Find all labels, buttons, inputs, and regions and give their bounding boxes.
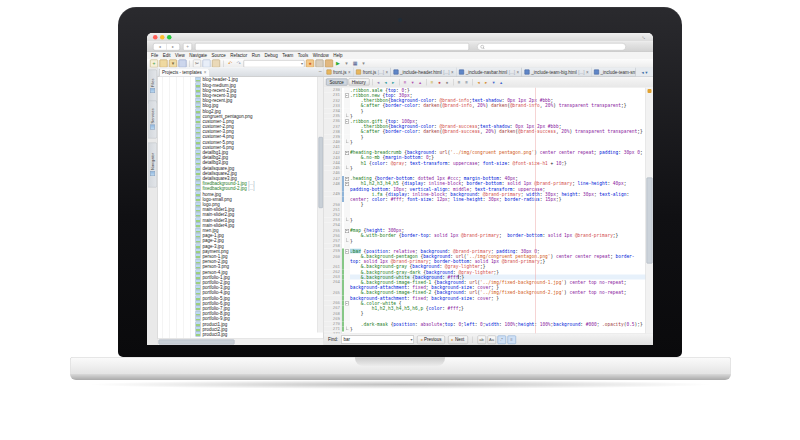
close-tab-icon[interactable]: × bbox=[451, 70, 454, 75]
copy-icon[interactable] bbox=[203, 60, 211, 68]
menu-item-navigate[interactable]: Navigate bbox=[189, 53, 207, 58]
find-next-button[interactable]: ▸ Next bbox=[448, 335, 468, 344]
save-all-icon[interactable] bbox=[179, 60, 187, 68]
find-bar: Find: bar ◂ Previous ▸ Next abAa.*≡ bbox=[324, 334, 653, 346]
open-project-icon[interactable]: ▾ bbox=[169, 60, 177, 68]
forward-button[interactable]: ▸ bbox=[167, 44, 180, 51]
tree-item[interactable]: product3.jpg bbox=[158, 332, 324, 337]
find-previous-icon[interactable]: ▴ bbox=[417, 79, 424, 86]
zoom-window-button[interactable] bbox=[167, 35, 172, 40]
build-project-icon[interactable] bbox=[316, 60, 324, 68]
error-stripe[interactable] bbox=[646, 88, 654, 334]
menu-item-run[interactable]: Run bbox=[252, 53, 260, 58]
code-line[interactable]: 257} bbox=[324, 238, 653, 243]
editor-tab--include-header-html[interactable]: _include-header.html[...]× bbox=[391, 68, 457, 77]
new-project-icon[interactable] bbox=[160, 60, 168, 68]
undo-icon[interactable]: ↶ bbox=[227, 60, 234, 67]
editor-tab-front-js[interactable]: front.js[...]× bbox=[354, 68, 391, 77]
menu-item-view[interactable]: View bbox=[175, 53, 185, 58]
close-window-button[interactable] bbox=[153, 35, 158, 40]
profile-dropdown-icon[interactable]: ▾ bbox=[360, 60, 367, 67]
menu-item-team[interactable]: Team bbox=[282, 53, 293, 58]
back-icon[interactable]: ◂ bbox=[382, 79, 389, 86]
menu-item-source[interactable]: Source bbox=[211, 53, 225, 58]
find-label: Find: bbox=[328, 337, 338, 342]
history-view-button[interactable]: History bbox=[348, 79, 369, 86]
close-tab-icon[interactable]: × bbox=[348, 70, 351, 75]
code-line[interactable]: 253} bbox=[324, 217, 653, 222]
cut-icon[interactable]: ✂ bbox=[193, 60, 201, 68]
code-line[interactable]: 271} bbox=[324, 326, 653, 331]
clean-build-project-icon[interactable] bbox=[325, 60, 333, 68]
tree-vertical-scrollbar[interactable] bbox=[318, 77, 324, 333]
menu-item-debug[interactable]: Debug bbox=[264, 53, 277, 58]
source-view-button[interactable]: Source bbox=[326, 79, 347, 86]
find-next-icon[interactable]: ▾ bbox=[409, 79, 416, 86]
search-field[interactable] bbox=[477, 43, 626, 51]
fullscreen-icon[interactable]: ↔ bbox=[640, 33, 648, 41]
find-selection-icon[interactable]: ≡ bbox=[402, 79, 409, 86]
find-wrap-toggle[interactable]: ≡ bbox=[507, 335, 516, 344]
minimize-icon[interactable]: – bbox=[319, 69, 322, 75]
shift-right-icon[interactable]: ▸ bbox=[483, 79, 490, 86]
tab-overflow-buttons[interactable]: ◂▾ bbox=[636, 68, 654, 77]
minimize-window-button[interactable] bbox=[160, 35, 165, 40]
find-highlight-toggle[interactable]: ab bbox=[477, 335, 486, 344]
ide-update-icon[interactable]: ● bbox=[306, 60, 314, 68]
close-icon[interactable]: × bbox=[204, 70, 207, 75]
code-line[interactable]: 272 bbox=[324, 332, 653, 334]
next-bookmark-icon[interactable]: ▾ bbox=[490, 79, 497, 86]
sidebar-tab-files[interactable]: Files bbox=[148, 70, 157, 104]
scrollbar-thumb[interactable] bbox=[159, 340, 235, 345]
redo-icon[interactable]: ↷ bbox=[235, 60, 242, 67]
close-tab-icon[interactable]: × bbox=[385, 70, 388, 75]
sidebar-tab-navigator[interactable]: Navigator bbox=[148, 143, 157, 188]
address-field[interactable] bbox=[195, 43, 469, 51]
back-button[interactable]: ◂ bbox=[154, 44, 167, 51]
prev-bookmark-icon[interactable]: ▴ bbox=[498, 79, 505, 86]
scrollbar-thumb[interactable] bbox=[319, 137, 324, 208]
code-editor[interactable]: 230.ribbon.sale {top: 0;}231.ribbon.new … bbox=[324, 88, 653, 334]
editor-tab-front-js[interactable]: front.js× bbox=[324, 68, 354, 77]
close-tab-icon[interactable]: × bbox=[517, 70, 520, 75]
menu-item-help[interactable]: Help bbox=[333, 53, 342, 58]
tab-projects[interactable]: Projects - templates× bbox=[159, 69, 209, 77]
editor-tab--include-team-big-html[interactable]: _include-team-big.html[...]× bbox=[522, 68, 591, 77]
code-line[interactable]: 240} bbox=[324, 139, 653, 144]
new-file-icon[interactable]: + bbox=[150, 60, 158, 68]
code-line[interactable]: 250 } bbox=[324, 202, 653, 207]
last-edit-icon[interactable]: ◂ bbox=[375, 79, 382, 86]
editor-scrollbar-thumb[interactable] bbox=[647, 178, 653, 264]
menu-item-edit[interactable]: Edit bbox=[163, 53, 171, 58]
menu-item-tools[interactable]: Tools bbox=[298, 53, 309, 58]
paste-icon[interactable] bbox=[212, 60, 220, 68]
profile-project-icon[interactable]: ▦ bbox=[352, 60, 359, 67]
record-macro-icon[interactable]: ● bbox=[436, 79, 443, 86]
laptop-notch bbox=[355, 357, 445, 366]
sidebar-tab-services[interactable]: Services bbox=[148, 101, 157, 139]
window-icon bbox=[150, 125, 155, 130]
find-match-case-toggle[interactable]: Aa bbox=[487, 335, 496, 344]
editor-tab--include-navbar-html[interactable]: _include-navbar.html[...]× bbox=[457, 68, 522, 77]
menu-item-window[interactable]: Window bbox=[313, 53, 329, 58]
toolbar-separator bbox=[472, 79, 473, 86]
run-project-icon[interactable]: ▶ bbox=[335, 60, 342, 67]
run-dropdown-icon[interactable]: ▾ bbox=[343, 60, 350, 67]
forward-icon[interactable]: ▸ bbox=[390, 79, 397, 86]
tree-horizontal-scrollbar[interactable] bbox=[158, 339, 324, 346]
toggle-highlight-icon[interactable]: ≡ bbox=[429, 79, 436, 86]
menu-item-file[interactable]: File bbox=[151, 53, 158, 58]
find-regex-toggle[interactable]: .* bbox=[497, 335, 506, 344]
close-tab-icon[interactable]: × bbox=[586, 70, 589, 75]
shift-left-icon[interactable]: ◂ bbox=[475, 79, 482, 86]
find-previous-button[interactable]: ◂ Previous bbox=[417, 335, 445, 344]
uncomment-icon[interactable]: ≡ bbox=[463, 79, 470, 86]
run-macro-icon[interactable]: ● bbox=[444, 79, 451, 86]
new-tab-button[interactable]: + bbox=[183, 43, 192, 51]
comment-icon[interactable]: ≡ bbox=[456, 79, 463, 86]
find-input[interactable]: bar bbox=[341, 336, 414, 344]
code-line[interactable]: 268 } bbox=[324, 311, 653, 316]
code-line[interactable]: 245} bbox=[324, 165, 653, 170]
configuration-combo[interactable] bbox=[244, 60, 305, 68]
menu-item-refactor[interactable]: Refactor bbox=[230, 53, 247, 58]
